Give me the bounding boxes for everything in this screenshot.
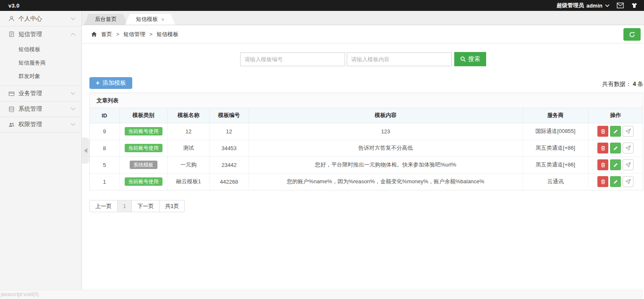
refresh-button[interactable] (623, 28, 641, 41)
database-icon (8, 106, 15, 112)
sidebar-subitem-sms-template[interactable]: 短信模板 (0, 43, 81, 56)
pagination-next[interactable]: 下一页 (132, 200, 160, 212)
send-button[interactable] (623, 143, 634, 153)
table-row: 8 当前账号使用 测试 34453 告诉对方答复不分高低 黑五类通道[+86] (90, 140, 643, 156)
tab-backend-home[interactable]: 后台首页 (84, 14, 128, 25)
sidebar-item-permission-management[interactable]: 权限管理 (0, 117, 81, 133)
sidebar-item-personal-center[interactable]: 个人中心 (0, 11, 81, 26)
cell-id: 5 (90, 156, 119, 173)
paper-plane-icon (625, 179, 631, 185)
search-button-label: 搜索 (469, 55, 480, 63)
paper-plane-icon (625, 128, 631, 134)
cell-provider: 黑五类通道[+86] (523, 156, 588, 173)
cell-id: 1 (90, 173, 119, 190)
cell-code: 12 (209, 123, 249, 140)
row-actions (589, 159, 643, 170)
send-button[interactable] (623, 126, 634, 137)
mail-icon[interactable] (616, 2, 624, 9)
cell-content: 您好，平台限时推出一元购物体检。快来参加体验吧%url% (249, 156, 523, 173)
cell-provider: 云通讯 (523, 173, 588, 190)
row-actions (589, 126, 643, 137)
tab-bar: 后台首页 短信模板 × (82, 11, 644, 25)
row-actions (589, 176, 643, 187)
tab-label: 短信模板 (136, 16, 158, 23)
edit-button[interactable] (610, 159, 621, 170)
header-name: 模板名称 (168, 108, 209, 123)
pagination-total: 共1页 (160, 200, 185, 212)
cell-content: 告诉对方答复不分高低 (249, 140, 523, 156)
cell-code: 34453 (209, 140, 249, 156)
delete-button[interactable] (597, 126, 608, 137)
pagination-current-page[interactable]: 1 (118, 200, 132, 212)
sidebar-submenu-sms: 短信模板 短信服务商 群发对象 (0, 42, 81, 86)
header-actions: 操作 (588, 108, 643, 123)
sidebar-item-business-management[interactable]: 业务管理 (0, 86, 81, 101)
notebook-icon (8, 31, 15, 37)
trash-icon (600, 146, 606, 151)
header-id: ID (90, 108, 119, 123)
paper-plane-icon (625, 145, 631, 151)
topbar-right: 超级管理员 admin (557, 2, 638, 9)
row-actions (589, 143, 643, 153)
breadcrumb-bar: 首页 > 短信管理 > 短信模板 (82, 25, 644, 44)
table-header-row: ID 模板类别 模板名称 模板编号 模板内容 服务商 操作 (90, 108, 643, 123)
breadcrumb-home[interactable]: 首页 (101, 31, 112, 38)
sidebar-item-label: 系统管理 (18, 105, 71, 113)
user-icon (8, 16, 15, 22)
header-category: 模板类别 (119, 108, 168, 123)
edit-button[interactable] (610, 143, 621, 153)
breadcrumb-sms-template[interactable]: 短信模板 (157, 31, 178, 38)
search-button[interactable]: 搜索 (454, 52, 486, 66)
tab-sms-template[interactable]: 短信模板 × (125, 14, 175, 25)
sidebar-subitem-bulk-target[interactable]: 群发对象 (0, 70, 81, 83)
delete-button[interactable] (597, 143, 608, 153)
pencil-icon (613, 129, 618, 134)
search-row: 搜索 (82, 52, 644, 66)
chevron-down-icon (71, 123, 76, 126)
pencil-icon (613, 162, 618, 168)
user-menu[interactable]: 超级管理员 admin (557, 2, 610, 9)
sidebar-item-sms-management[interactable]: 短信管理 (0, 26, 81, 42)
user-role-label: 超级管理员 (557, 2, 584, 9)
template-content-input[interactable] (347, 52, 452, 66)
cell-name: 12 (168, 123, 209, 140)
pencil-icon (613, 179, 618, 185)
username: admin (586, 3, 602, 9)
send-button[interactable] (623, 176, 634, 187)
sidebar-subitem-sms-provider[interactable]: 短信服务商 (0, 56, 81, 70)
sidebar-collapse-handle[interactable] (82, 138, 89, 164)
tab-label: 后台首页 (95, 16, 117, 23)
cell-name: 融云模板1 (168, 173, 209, 190)
collapse-arrow-icon (84, 148, 87, 153)
edit-button[interactable] (610, 126, 621, 137)
search-icon (460, 56, 466, 62)
header-provider: 服务商 (523, 108, 588, 123)
pagination-prev[interactable]: 上一页 (89, 200, 118, 212)
toolbar-row: + 添加模板 共有数据：4条 (89, 77, 643, 89)
trash-icon (600, 179, 606, 185)
cell-content: 123 (249, 123, 523, 140)
breadcrumb-sms-management[interactable]: 短信管理 (123, 31, 145, 38)
breadcrumb-separator: > (149, 31, 152, 37)
plus-icon: + (96, 80, 99, 86)
sidebar-item-system-management[interactable]: 系统管理 (0, 101, 81, 117)
delete-button[interactable] (597, 176, 608, 187)
theme-tshirt-icon[interactable] (631, 2, 638, 9)
delete-button[interactable] (597, 159, 608, 170)
send-button[interactable] (623, 159, 634, 170)
tab-close-icon[interactable]: × (161, 17, 165, 22)
record-count: 共有数据：4条 (602, 81, 643, 89)
template-code-input[interactable] (240, 52, 345, 66)
category-badge: 当前账号使用 (125, 127, 162, 135)
record-count-number: 4 (633, 81, 636, 87)
add-template-label: 添加模板 (102, 79, 126, 87)
chevron-up-icon (71, 33, 76, 36)
top-bar: v3.0 超级管理员 admin (0, 0, 644, 11)
add-template-button[interactable]: + 添加模板 (89, 77, 132, 89)
cell-id: 9 (90, 123, 119, 140)
cell-provider: 黑五类通道[+86] (523, 140, 588, 156)
paper-plane-icon (625, 162, 631, 168)
header-content: 模板内容 (249, 108, 523, 123)
trash-icon (600, 129, 606, 134)
edit-button[interactable] (610, 176, 621, 187)
